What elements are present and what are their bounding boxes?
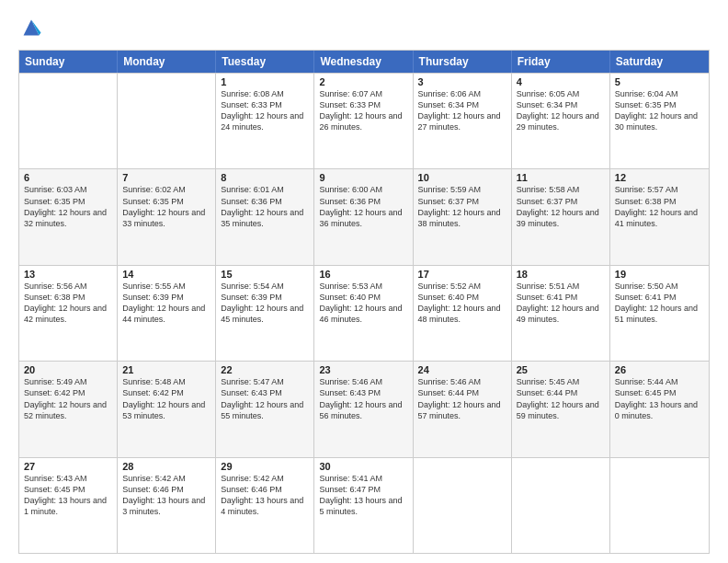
day-number: 6 (24, 172, 112, 183)
day-number: 25 (517, 364, 605, 375)
calendar-row: 27Sunrise: 5:43 AM Sunset: 6:45 PM Dayli… (19, 457, 709, 553)
calendar-cell: 28Sunrise: 5:42 AM Sunset: 6:46 PM Dayli… (118, 458, 216, 553)
page: SundayMondayTuesdayWednesdayThursdayFrid… (0, 0, 728, 563)
day-number: 17 (418, 269, 506, 280)
calendar-cell: 9Sunrise: 6:00 AM Sunset: 6:36 PM Daylig… (314, 169, 413, 264)
cell-info: Sunrise: 5:42 AM Sunset: 6:46 PM Dayligh… (122, 473, 210, 518)
logo (18, 15, 48, 40)
day-number: 9 (319, 172, 407, 183)
cell-info: Sunrise: 5:49 AM Sunset: 6:42 PM Dayligh… (24, 376, 112, 421)
cell-info: Sunrise: 6:06 AM Sunset: 6:34 PM Dayligh… (418, 88, 506, 133)
weekday-header: Saturday (610, 51, 709, 73)
calendar-cell: 18Sunrise: 5:51 AM Sunset: 6:41 PM Dayli… (512, 266, 610, 361)
day-number: 28 (122, 461, 210, 472)
cell-info: Sunrise: 5:56 AM Sunset: 6:38 PM Dayligh… (24, 281, 112, 326)
cell-info: Sunrise: 5:57 AM Sunset: 6:38 PM Dayligh… (615, 184, 704, 229)
cell-info: Sunrise: 5:47 AM Sunset: 6:43 PM Dayligh… (221, 376, 309, 421)
day-number: 30 (319, 461, 407, 472)
day-number: 1 (221, 76, 309, 87)
cell-info: Sunrise: 5:50 AM Sunset: 6:41 PM Dayligh… (615, 281, 704, 326)
calendar-row: 1Sunrise: 6:08 AM Sunset: 6:33 PM Daylig… (19, 73, 709, 168)
calendar-cell (610, 458, 709, 553)
cell-info: Sunrise: 5:59 AM Sunset: 6:37 PM Dayligh… (418, 184, 506, 229)
calendar-row: 13Sunrise: 5:56 AM Sunset: 6:38 PM Dayli… (19, 265, 709, 361)
day-number: 20 (24, 364, 112, 375)
calendar-cell: 24Sunrise: 5:46 AM Sunset: 6:44 PM Dayli… (414, 362, 512, 456)
header (18, 15, 710, 40)
cell-info: Sunrise: 6:05 AM Sunset: 6:34 PM Dayligh… (517, 88, 605, 133)
cell-info: Sunrise: 5:53 AM Sunset: 6:40 PM Dayligh… (319, 281, 407, 326)
day-number: 8 (221, 172, 309, 183)
day-number: 16 (319, 269, 407, 280)
cell-info: Sunrise: 6:08 AM Sunset: 6:33 PM Dayligh… (221, 88, 309, 133)
calendar-cell: 25Sunrise: 5:45 AM Sunset: 6:44 PM Dayli… (512, 362, 610, 456)
calendar-cell: 23Sunrise: 5:46 AM Sunset: 6:43 PM Dayli… (314, 362, 413, 456)
calendar-cell: 15Sunrise: 5:54 AM Sunset: 6:39 PM Dayli… (216, 266, 314, 361)
calendar-cell: 27Sunrise: 5:43 AM Sunset: 6:45 PM Dayli… (19, 458, 118, 553)
day-number: 3 (418, 76, 506, 87)
calendar-cell: 17Sunrise: 5:52 AM Sunset: 6:40 PM Dayli… (414, 266, 512, 361)
cell-info: Sunrise: 5:46 AM Sunset: 6:44 PM Dayligh… (418, 376, 506, 421)
calendar-cell: 6Sunrise: 6:03 AM Sunset: 6:35 PM Daylig… (19, 169, 118, 264)
day-number: 18 (517, 269, 605, 280)
weekday-header: Wednesday (314, 51, 413, 73)
cell-info: Sunrise: 5:58 AM Sunset: 6:37 PM Dayligh… (517, 184, 605, 229)
cell-info: Sunrise: 6:01 AM Sunset: 6:36 PM Dayligh… (221, 184, 309, 229)
weekday-header: Sunday (19, 51, 118, 73)
day-number: 11 (517, 172, 605, 183)
cell-info: Sunrise: 5:41 AM Sunset: 6:47 PM Dayligh… (319, 473, 407, 518)
day-number: 12 (615, 172, 704, 183)
day-number: 14 (122, 269, 210, 280)
cell-info: Sunrise: 5:45 AM Sunset: 6:44 PM Dayligh… (517, 376, 605, 421)
cell-info: Sunrise: 6:00 AM Sunset: 6:36 PM Dayligh… (319, 184, 407, 229)
day-number: 7 (122, 172, 210, 183)
day-number: 19 (615, 269, 704, 280)
calendar-cell: 5Sunrise: 6:04 AM Sunset: 6:35 PM Daylig… (610, 74, 709, 168)
calendar-cell: 13Sunrise: 5:56 AM Sunset: 6:38 PM Dayli… (19, 266, 118, 361)
calendar-cell (118, 74, 216, 168)
weekday-header: Monday (118, 51, 216, 73)
cell-info: Sunrise: 5:48 AM Sunset: 6:42 PM Dayligh… (122, 376, 210, 421)
calendar-cell: 16Sunrise: 5:53 AM Sunset: 6:40 PM Dayli… (314, 266, 413, 361)
cell-info: Sunrise: 5:54 AM Sunset: 6:39 PM Dayligh… (221, 281, 309, 326)
calendar: SundayMondayTuesdayWednesdayThursdayFrid… (18, 50, 710, 554)
calendar-cell: 10Sunrise: 5:59 AM Sunset: 6:37 PM Dayli… (414, 169, 512, 264)
weekday-header: Friday (512, 51, 610, 73)
day-number: 21 (122, 364, 210, 375)
cell-info: Sunrise: 6:07 AM Sunset: 6:33 PM Dayligh… (319, 88, 407, 133)
cell-info: Sunrise: 6:04 AM Sunset: 6:35 PM Dayligh… (615, 88, 704, 133)
calendar-cell: 11Sunrise: 5:58 AM Sunset: 6:37 PM Dayli… (512, 169, 610, 264)
cell-info: Sunrise: 5:51 AM Sunset: 6:41 PM Dayligh… (517, 281, 605, 326)
calendar-cell: 8Sunrise: 6:01 AM Sunset: 6:36 PM Daylig… (216, 169, 314, 264)
calendar-cell: 29Sunrise: 5:42 AM Sunset: 6:46 PM Dayli… (216, 458, 314, 553)
calendar-cell: 19Sunrise: 5:50 AM Sunset: 6:41 PM Dayli… (610, 266, 709, 361)
day-number: 13 (24, 269, 112, 280)
calendar-cell (414, 458, 512, 553)
calendar-cell: 14Sunrise: 5:55 AM Sunset: 6:39 PM Dayli… (118, 266, 216, 361)
weekday-header: Thursday (414, 51, 512, 73)
calendar-cell: 1Sunrise: 6:08 AM Sunset: 6:33 PM Daylig… (216, 74, 314, 168)
calendar-cell: 2Sunrise: 6:07 AM Sunset: 6:33 PM Daylig… (314, 74, 413, 168)
cell-info: Sunrise: 5:55 AM Sunset: 6:39 PM Dayligh… (122, 281, 210, 326)
cell-info: Sunrise: 6:03 AM Sunset: 6:35 PM Dayligh… (24, 184, 112, 229)
calendar-body: 1Sunrise: 6:08 AM Sunset: 6:33 PM Daylig… (19, 73, 709, 553)
day-number: 27 (24, 461, 112, 472)
calendar-cell: 21Sunrise: 5:48 AM Sunset: 6:42 PM Dayli… (118, 362, 216, 456)
calendar-cell: 30Sunrise: 5:41 AM Sunset: 6:47 PM Dayli… (314, 458, 413, 553)
day-number: 26 (615, 364, 704, 375)
calendar-header: SundayMondayTuesdayWednesdayThursdayFrid… (19, 51, 709, 73)
day-number: 22 (221, 364, 309, 375)
day-number: 10 (418, 172, 506, 183)
calendar-cell (512, 458, 610, 553)
calendar-cell: 7Sunrise: 6:02 AM Sunset: 6:35 PM Daylig… (118, 169, 216, 264)
day-number: 2 (319, 76, 407, 87)
calendar-cell: 3Sunrise: 6:06 AM Sunset: 6:34 PM Daylig… (414, 74, 512, 168)
day-number: 29 (221, 461, 309, 472)
calendar-row: 20Sunrise: 5:49 AM Sunset: 6:42 PM Dayli… (19, 361, 709, 456)
cell-info: Sunrise: 5:42 AM Sunset: 6:46 PM Dayligh… (221, 473, 309, 518)
calendar-cell: 26Sunrise: 5:44 AM Sunset: 6:45 PM Dayli… (610, 362, 709, 456)
calendar-cell: 4Sunrise: 6:05 AM Sunset: 6:34 PM Daylig… (512, 74, 610, 168)
cell-info: Sunrise: 5:46 AM Sunset: 6:43 PM Dayligh… (319, 376, 407, 421)
day-number: 24 (418, 364, 506, 375)
weekday-header: Tuesday (216, 51, 314, 73)
